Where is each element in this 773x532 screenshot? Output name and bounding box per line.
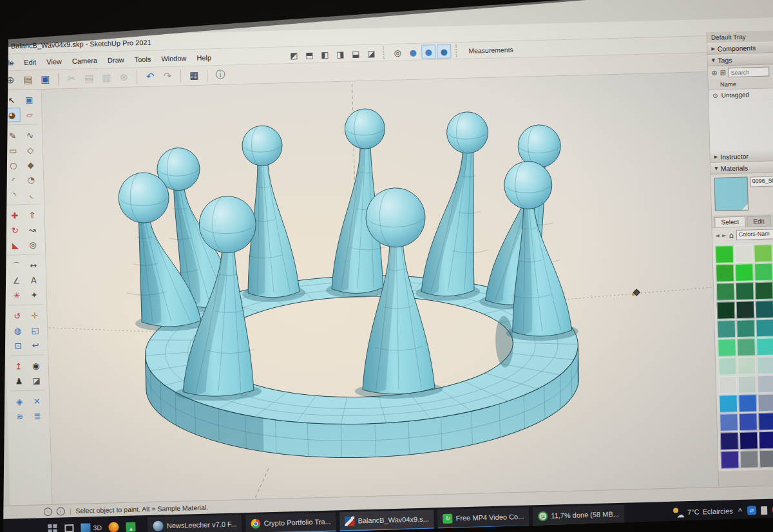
color-swatch[interactable] [716, 264, 734, 282]
pie-tool[interactable]: ◔ [23, 172, 40, 187]
color-swatch[interactable] [756, 338, 773, 356]
color-swatch[interactable] [758, 394, 773, 412]
position-camera-tool[interactable]: ↥ [10, 359, 28, 374]
menu-file[interactable]: File [0, 57, 19, 69]
add-tag-folder-icon[interactable]: ⊞ [720, 69, 726, 76]
drawing-canvas[interactable] [42, 72, 719, 504]
arc-tool[interactable]: ◜ [5, 173, 23, 187]
color-swatch[interactable] [718, 339, 736, 357]
rotated-rectangle-tool[interactable]: ◇ [22, 142, 39, 157]
shaded-textures-style-button[interactable]: ● [437, 44, 452, 59]
walk-tool[interactable]: ♟ [10, 374, 28, 388]
color-swatch[interactable] [740, 450, 759, 468]
task-view-button[interactable] [64, 524, 73, 532]
look-around-tool[interactable]: ◉ [28, 358, 45, 373]
select-tool[interactable]: ↖ [3, 93, 21, 108]
color-swatch[interactable] [759, 431, 773, 449]
follow-me-tool[interactable]: ↝ [24, 222, 41, 237]
material-name-field[interactable]: 0096_SkyBlu [750, 176, 773, 187]
hidden-icons-chevron[interactable]: ^ [738, 507, 743, 515]
tray-teamviewer-icon[interactable]: ⇄ [747, 506, 756, 515]
pinned-firefox[interactable] [109, 522, 119, 532]
color-swatch[interactable] [735, 263, 754, 281]
three-point-arc-tool[interactable]: ◟ [23, 187, 41, 202]
3d-text-tool[interactable]: ✦ [26, 287, 43, 302]
view-back-button[interactable]: ⬓ [348, 46, 363, 61]
orbit-tool[interactable]: ↺ [9, 309, 26, 323]
menu-draw[interactable]: Draw [102, 53, 129, 66]
rectangle-tool[interactable]: ▭ [5, 143, 22, 158]
axes-tool[interactable]: ✳ [8, 288, 26, 303]
paste-button[interactable]: ▥ [99, 70, 115, 86]
undo-button[interactable]: ↶ [142, 69, 158, 85]
geolocation-icon[interactable]: ◦ [44, 507, 52, 515]
menu-help[interactable]: Help [191, 52, 216, 64]
rotate-tool[interactable]: ↻ [6, 223, 24, 238]
tape-measure-tool[interactable]: ⌒ [7, 258, 24, 273]
color-swatch[interactable] [738, 357, 756, 375]
color-swatch[interactable] [758, 375, 773, 393]
new-button[interactable]: ⊕ [3, 73, 19, 89]
shaded-style-button[interactable]: ● [421, 44, 436, 59]
eraser-tool[interactable]: ▱ [21, 107, 38, 122]
taskbar-mp4-converter[interactable]: ↻Free MP4 Video Co... [437, 508, 529, 529]
info-icon[interactable]: i [57, 507, 65, 515]
weather-widget[interactable]: ☁ 7°C Eclaircies [673, 506, 733, 517]
pinned-photos[interactable]: ▲ [126, 522, 136, 531]
cut-button[interactable]: ✂ [64, 71, 80, 87]
color-swatch[interactable] [738, 375, 757, 394]
color-swatch[interactable] [720, 432, 739, 450]
offset-tool[interactable]: ◎ [24, 237, 42, 252]
color-swatch[interactable] [758, 412, 773, 430]
materials-tab-edit[interactable]: Edit [747, 216, 771, 227]
visibility-eye-icon[interactable]: ⊙ [712, 92, 718, 99]
sandbox-tool-1[interactable]: ◈ [11, 394, 28, 409]
color-swatch[interactable] [717, 301, 736, 319]
menu-view[interactable]: View [41, 55, 67, 68]
color-swatch[interactable] [720, 413, 738, 432]
back-arrow-icon[interactable]: ◄ [715, 233, 720, 238]
taskbar-sketchup[interactable]: BalancB_Wav04x9.s... [339, 509, 434, 531]
color-swatch[interactable] [718, 357, 737, 375]
color-swatch[interactable] [719, 395, 738, 413]
color-swatch[interactable] [754, 245, 772, 263]
copy-button[interactable]: ▤ [81, 70, 97, 86]
color-swatch[interactable] [736, 301, 755, 319]
view-front-button[interactable]: ◧ [318, 47, 332, 62]
tags-search-input[interactable] [729, 67, 770, 78]
color-swatch[interactable] [739, 413, 758, 431]
view-right-button[interactable]: ◨ [333, 47, 348, 62]
line-tool[interactable]: ✎ [4, 128, 21, 143]
redo-button[interactable]: ↷ [160, 68, 176, 84]
color-swatch[interactable] [715, 245, 734, 263]
color-swatch[interactable] [755, 282, 773, 300]
color-swatch[interactable] [740, 432, 758, 450]
color-swatch[interactable] [757, 357, 773, 375]
paint-bucket-tool[interactable]: ◕ [3, 108, 21, 122]
two-point-arc-tool[interactable]: ◝ [6, 187, 23, 202]
sandbox-tool-2[interactable]: ✕ [28, 394, 46, 408]
dimension-tool[interactable]: ↔ [24, 258, 42, 272]
view-iso-button[interactable]: ◩ [287, 48, 301, 63]
color-swatch[interactable] [736, 282, 754, 300]
color-swatch[interactable] [759, 450, 773, 468]
color-swatch[interactable] [738, 394, 757, 412]
crown-model[interactable] [42, 72, 719, 504]
collection-dropdown[interactable]: Colors-Nam [736, 229, 773, 240]
color-swatch[interactable] [716, 283, 735, 301]
zoom-previous-tool[interactable]: ↩ [27, 337, 44, 352]
save-button[interactable]: ▣ [37, 71, 53, 88]
freehand-tool[interactable]: ∿ [21, 128, 39, 142]
view-left-button[interactable]: ◪ [364, 46, 379, 61]
open-button[interactable]: ▤ [20, 72, 36, 88]
color-swatch[interactable] [736, 319, 755, 337]
color-swatch[interactable] [756, 319, 773, 337]
taskbar-chrome[interactable]: Crypto Portfolio Tra... [245, 512, 336, 532]
taskbar-newsleecher[interactable]: NewsLeecher v7.0 F... [148, 515, 243, 532]
section-plane-tool[interactable]: ◪ [28, 373, 45, 388]
color-swatch[interactable] [737, 338, 756, 356]
zoom-window-tool[interactable]: ◱ [26, 323, 44, 337]
wireframe-style-button[interactable]: ● [406, 45, 421, 60]
x-ray-style-button[interactable]: ◎ [390, 45, 405, 60]
print-button[interactable]: ▦ [186, 68, 202, 84]
